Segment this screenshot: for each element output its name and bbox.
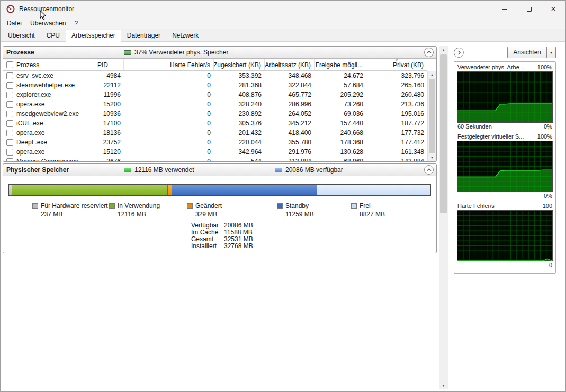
commit-cell: 220.044 (214, 139, 265, 146)
graph-max-label: 100 (543, 203, 552, 209)
hard-faults-cell: 0 (124, 148, 214, 156)
process-table: Prozess PID Harte Fehler/s Zugesichert (… (3, 59, 436, 161)
legend-item-in-use: In Verwendung12116 MB (109, 202, 160, 218)
scroll-up-icon[interactable]: ▲ (428, 71, 436, 79)
row-checkbox[interactable] (6, 101, 13, 108)
graph-title: Harte Fehler/s (457, 203, 495, 209)
views-button[interactable]: Ansichten ▼ (507, 47, 556, 58)
private-cell: 161.348 (366, 148, 427, 156)
table-row[interactable]: opera.exe181360201.432418.400240.668177.… (3, 128, 427, 138)
legend-value: 11259 MB (285, 211, 314, 218)
table-row[interactable]: iCUE.exe171000305.376345.212157.440187.7… (3, 118, 427, 128)
select-all-checkbox[interactable] (6, 61, 13, 68)
tab-datentraeger[interactable]: Datenträger (121, 30, 166, 41)
processes-panel-title: Prozesse (6, 49, 124, 56)
legend-swatch (32, 203, 38, 209)
collapse-sidebar-button[interactable] (454, 48, 464, 58)
processes-panel-header[interactable]: Prozesse 37% Verwendeter phys. Speicher (3, 47, 436, 59)
tab-arbeitsspeicher[interactable]: Arbeitsspeicher (66, 30, 121, 42)
commit-cell: 544 (214, 158, 265, 161)
column-header-pid[interactable]: PID (94, 59, 124, 70)
working-set-cell: 264.052 (265, 110, 315, 117)
row-checkbox[interactable] (6, 82, 13, 89)
scroll-down-icon[interactable]: ▼ (428, 153, 436, 161)
shareable-cell: 69.036 (315, 110, 366, 117)
tab-netzwerk[interactable]: Netzwerk (166, 30, 204, 41)
legend-item-hardware-reserved: Für Hardware reserviert237 MB (32, 202, 108, 218)
legend-swatch (109, 203, 115, 209)
table-row[interactable]: Memory Compression36760544113.88468.9601… (3, 157, 427, 161)
scroll-up-icon[interactable]: ▲ (439, 46, 448, 54)
process-name-cell: steamwebhelper.exe (3, 81, 94, 89)
commit-cell: 281.368 (214, 81, 265, 89)
process-name-cell: esrv_svc.exe (3, 72, 94, 79)
minimize-button[interactable] (492, 1, 517, 17)
shareable-cell: 57.684 (315, 81, 366, 89)
memory-stat-row: Installiert32768 MB (191, 243, 253, 250)
shareable-cell: 157.440 (315, 120, 366, 127)
row-checkbox[interactable] (6, 158, 13, 162)
pid-cell: 11996 (94, 91, 124, 98)
legend-item-free: Frei8827 MB (351, 202, 385, 218)
legend-value: 237 MB (41, 211, 108, 218)
table-row[interactable]: DeepL.exe237520220.044355.780178.368177.… (3, 138, 427, 147)
row-checkbox[interactable] (6, 92, 13, 98)
column-header-harte-fehler[interactable]: Harte Fehler/s (124, 59, 214, 70)
process-name-cell: opera.exe (3, 101, 94, 108)
stat-value: 32531 MB (224, 235, 253, 243)
table-row[interactable]: steamwebhelper.exe221120281.368322.84457… (3, 80, 427, 90)
private-cell: 177.412 (366, 139, 427, 146)
column-header-privat[interactable]: ˅ Privat (KB) (366, 59, 427, 70)
collapse-memory-button[interactable] (424, 165, 434, 175)
table-row[interactable]: opera.exe152000328.240286.99673.260213.7… (3, 99, 427, 109)
menu-datei[interactable]: Datei (3, 19, 26, 28)
row-checkbox[interactable] (6, 149, 13, 156)
graph-canvas (457, 71, 553, 123)
legend-swatch (351, 203, 357, 209)
table-row[interactable]: opera.exe151200342.964291.976130.628161.… (3, 147, 427, 157)
column-header-prozess[interactable]: Prozess (3, 59, 94, 70)
table-row[interactable]: esrv_svc.exe49840353.392348.46824.672323… (3, 71, 427, 80)
menu-help[interactable]: ? (70, 19, 82, 28)
scroll-down-icon[interactable]: ▼ (439, 381, 448, 389)
table-row[interactable]: msedgewebview2.exe109360230.892264.05269… (3, 109, 427, 118)
memory-panel-header[interactable]: Physischer Speicher 12116 MB verwendet 2… (3, 164, 436, 176)
main-scrollbar[interactable]: ▲ ▼ (439, 46, 448, 389)
column-header-arbeitssatz[interactable]: Arbeitssatz (KB) (265, 59, 315, 70)
table-row[interactable]: explorer.exe119960408.876465.772205.2922… (3, 90, 427, 99)
maximize-button[interactable] (517, 1, 541, 17)
process-table-header: Prozess PID Harte Fehler/s Zugesichert (… (3, 59, 427, 71)
title-bar: Ressourcenmonitor ✕ (1, 1, 565, 17)
main-scrollbar-thumb[interactable] (440, 54, 447, 213)
pid-cell: 3676 (94, 158, 124, 161)
table-scrollbar[interactable]: ▲ ▼ (427, 71, 436, 161)
collapse-processes-button[interactable] (424, 48, 434, 57)
row-checkbox[interactable] (6, 130, 13, 136)
menu-ueberwachen[interactable]: Überwachen (26, 19, 70, 28)
row-checkbox[interactable] (6, 139, 13, 146)
legend-label: In Verwendung (118, 202, 160, 209)
table-scrollbar-thumb[interactable] (429, 79, 435, 153)
close-button[interactable]: ✕ (541, 1, 565, 17)
private-cell: 143.884 (366, 158, 427, 161)
views-row: Ansichten ▼ (454, 46, 556, 59)
private-cell: 177.732 (366, 129, 427, 136)
process-name-cell: Memory Compression (3, 158, 94, 161)
row-checkbox[interactable] (6, 111, 13, 117)
working-set-cell: 113.884 (265, 158, 315, 161)
legend-value: 8827 MB (360, 211, 385, 218)
column-header-zugesichert[interactable]: Zugesichert (KB) (214, 59, 265, 70)
process-table-body: esrv_svc.exe49840353.392348.46824.672323… (3, 71, 427, 161)
hard-faults-cell: 0 (124, 81, 214, 89)
sort-indicator-icon: ˅ (396, 59, 398, 62)
legend-item-modified: Geändert329 MB (187, 202, 222, 218)
tab-uebersicht[interactable]: Übersicht (2, 30, 41, 41)
working-set-cell: 345.212 (265, 120, 315, 127)
views-dropdown-arrow[interactable]: ▼ (546, 47, 555, 58)
row-checkbox[interactable] (6, 72, 13, 79)
tab-cpu[interactable]: CPU (41, 30, 66, 41)
chevron-right-icon (457, 50, 461, 55)
close-icon: ✕ (551, 6, 556, 12)
column-header-freigabe[interactable]: Freigabe mögli... (315, 59, 366, 70)
row-checkbox[interactable] (6, 120, 13, 127)
